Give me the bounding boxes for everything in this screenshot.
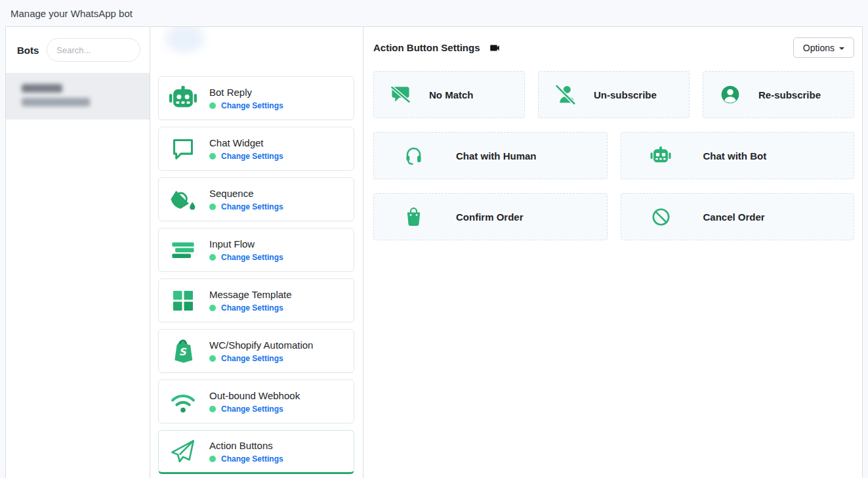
status-dot <box>209 305 216 311</box>
panel-header: Action Button Settings Options <box>373 37 854 58</box>
settings-card-sequence[interactable]: Sequence Change Settings <box>158 177 354 221</box>
settings-card-title: Message Template <box>209 289 292 300</box>
options-button[interactable]: Options <box>793 37 854 58</box>
action-button-label: Chat with Bot <box>703 150 767 162</box>
change-settings-link[interactable]: Change Settings <box>221 101 283 110</box>
action-button-resubscribe[interactable]: Re-subscribe <box>703 71 854 118</box>
action-buttons-row-3: Confirm Order Cancel Order <box>373 193 854 240</box>
action-button-label: Cancel Order <box>703 211 765 223</box>
topbar: Manage your WhatsApp bot <box>0 0 868 26</box>
settings-card-title: Out-bound Webhook <box>209 390 300 401</box>
change-settings-link[interactable]: Change Settings <box>221 253 283 262</box>
shopping-bag-icon <box>403 204 424 230</box>
action-button-chat-with-human[interactable]: Chat with Human <box>373 132 608 179</box>
action-button-chat-with-bot[interactable]: Chat with Bot <box>621 132 855 179</box>
settings-card-title: Chat Widget <box>209 137 283 148</box>
settings-card-input-flow[interactable]: Input Flow Change Settings <box>158 228 354 272</box>
person-slash-icon <box>554 81 576 108</box>
wifi-icon <box>168 387 198 417</box>
paint-bucket-icon <box>168 185 198 215</box>
redacted-bot-name <box>22 84 62 93</box>
settings-card-shopify-automation[interactable]: S WC/Shopify Automation Change Settings <box>158 329 354 373</box>
shopify-bag-icon: S <box>168 336 198 366</box>
headset-icon <box>403 142 424 169</box>
action-button-label: Chat with Human <box>456 150 537 162</box>
chat-bubble-icon <box>168 134 198 164</box>
main-container: Bots Bot Reply Change Settings <box>5 26 863 478</box>
action-buttons-row-1: No Match Un-subscribe Re-subscribe <box>373 71 854 118</box>
settings-card-title: WC/Shopify Automation <box>209 339 313 351</box>
status-dot <box>209 254 216 261</box>
action-button-cancel-order[interactable]: Cancel Order <box>621 193 855 240</box>
action-button-settings-panel: Action Button Settings Options No Match <box>363 27 862 478</box>
caret-down-icon <box>839 47 844 50</box>
settings-card-title: Sequence <box>209 188 283 199</box>
bots-sidebar-header: Bots <box>6 27 150 73</box>
svg-text:S: S <box>179 346 187 358</box>
bots-heading: Bots <box>17 45 39 56</box>
settings-card-action-buttons[interactable]: Action Buttons Change Settings <box>158 430 354 474</box>
bot-list-item-selected[interactable] <box>6 73 150 120</box>
list-bars-icon <box>168 235 198 265</box>
action-buttons-row-2: Chat with Human Chat with Bot <box>373 132 854 179</box>
action-button-confirm-order[interactable]: Confirm Order <box>373 193 608 240</box>
panel-title: Action Button Settings <box>373 42 480 53</box>
robot-icon <box>168 83 198 114</box>
settings-card-title: Input Flow <box>209 238 283 250</box>
change-settings-link[interactable]: Change Settings <box>221 404 283 414</box>
blurred-logo-blob <box>166 26 204 52</box>
change-settings-link[interactable]: Change Settings <box>221 454 283 464</box>
change-settings-link[interactable]: Change Settings <box>221 354 283 363</box>
bots-sidebar: Bots <box>6 27 150 478</box>
options-button-label: Options <box>803 43 835 53</box>
chat-slash-icon <box>390 81 411 108</box>
status-dot <box>209 355 216 362</box>
status-dot <box>209 406 216 412</box>
status-dot <box>209 456 216 462</box>
change-settings-link[interactable]: Change Settings <box>221 152 283 161</box>
paper-plane-icon <box>168 437 198 467</box>
settings-card-title: Action Buttons <box>209 440 283 451</box>
status-dot <box>209 102 216 109</box>
change-settings-link[interactable]: Change Settings <box>221 303 283 313</box>
settings-card-outbound-webhook[interactable]: Out-bound Webhook Change Settings <box>158 380 354 424</box>
settings-menu-column: Bot Reply Change Settings Chat Widget Ch… <box>150 27 363 478</box>
settings-card-chat-widget[interactable]: Chat Widget Change Settings <box>158 127 354 171</box>
grid-icon <box>168 286 198 316</box>
action-button-unsubscribe[interactable]: Un-subscribe <box>538 71 690 118</box>
robot-icon <box>650 142 672 169</box>
settings-card-title: Bot Reply <box>209 87 283 98</box>
person-circle-icon <box>719 81 741 108</box>
status-dot <box>209 204 216 210</box>
ban-icon <box>650 204 672 230</box>
settings-card-bot-reply[interactable]: Bot Reply Change Settings <box>158 76 354 120</box>
video-camera-icon[interactable] <box>489 42 501 54</box>
action-button-label: Re-subscribe <box>758 89 821 100</box>
redacted-bot-phone <box>22 98 90 106</box>
action-button-label: No Match <box>429 89 474 100</box>
settings-card-message-template[interactable]: Message Template Change Settings <box>158 278 354 322</box>
action-button-label: Confirm Order <box>456 211 524 223</box>
action-button-label: Un-subscribe <box>594 89 657 100</box>
change-settings-link[interactable]: Change Settings <box>221 202 283 211</box>
page-title: Manage your WhatsApp bot <box>10 8 133 19</box>
bot-search-input[interactable] <box>47 38 140 62</box>
action-button-no-match[interactable]: No Match <box>373 71 525 118</box>
status-dot <box>209 153 216 160</box>
